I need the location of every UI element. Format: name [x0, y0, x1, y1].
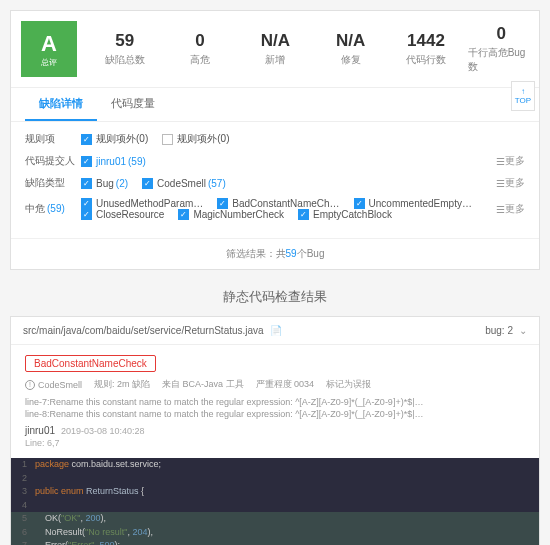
issue-detail: BadConstantNameCheck !CodeSmell规则: 2m 缺陷… — [11, 345, 539, 458]
tab-代码度量[interactable]: 代码度量 — [97, 88, 169, 121]
stat-cell: 1442代码行数 — [388, 11, 463, 87]
file-icon: 📄 — [270, 325, 282, 336]
checkbox-icon: ✓ — [81, 134, 92, 145]
filter-row-type: 缺陷类型 ✓Bug(2)✓CodeSmell(57) ☰ 更多 — [25, 176, 525, 190]
bug-count: bug: 2 — [485, 325, 513, 336]
filter-row-author: 代码提交人 ✓ jinru01 (59) ☰ 更多 — [25, 154, 525, 168]
code-viewer: 1package com.baidu.set.service;23public … — [11, 458, 539, 545]
checkbox-icon: ✓ — [81, 156, 92, 167]
filter-checkbox-item[interactable]: ✓MagicNumberCheck — [178, 209, 284, 220]
caption-1: 静态代码检查结果 — [10, 278, 540, 316]
code-detail-panel: src/main/java/com/baidu/set/service/Retu… — [10, 316, 540, 545]
stat-cell: 0高危 — [162, 11, 237, 87]
checkbox-icon: ✓ — [354, 198, 365, 209]
checkbox-icon: ✓ — [298, 209, 309, 220]
filter-checkbox-item[interactable]: ✓规则项外(0) — [81, 132, 148, 146]
scan-results-panel: A 总评 59缺陷总数0高危N/A新增N/A修复1442代码行数0千行高危Bug… — [10, 10, 540, 270]
author-line: jinru012019-03-08 10:40:28 — [25, 425, 525, 436]
issue-meta-row: !CodeSmell规则: 2m 缺陷来自 BCA-Java 工具严重程度 00… — [25, 378, 525, 391]
checkbox-icon — [162, 134, 173, 145]
issue-description: line-7:Rename this constant name to matc… — [25, 397, 525, 407]
more-link[interactable]: ☰ 更多 — [496, 176, 525, 190]
grade-sublabel: 总评 — [41, 57, 57, 68]
filter-checkbox-item[interactable]: ✓CloseResource — [81, 209, 164, 220]
result-summary: 筛选结果：共59个Bug — [11, 238, 539, 269]
file-path-bar: src/main/java/com/baidu/set/service/Retu… — [11, 317, 539, 345]
meta-item: 来自 BCA-Java 工具 — [162, 378, 244, 391]
meta-item: 严重程度 0034 — [256, 378, 315, 391]
filter-checkbox-item[interactable]: ✓BadConstantNameCh… — [217, 198, 339, 209]
scroll-top-button[interactable]: ↑ TOP — [511, 81, 535, 111]
grade-letter: A — [41, 31, 57, 57]
filter-checkbox-item[interactable]: ✓Bug(2) — [81, 178, 128, 189]
checkbox-icon: ✓ — [178, 209, 189, 220]
rule-tag: BadConstantNameCheck — [25, 355, 156, 372]
code-line: 2 — [11, 472, 539, 486]
filter-row-scope: 规则项 ✓规则项外(0)规则项外(0) — [25, 132, 525, 146]
stat-cell: 59缺陷总数 — [87, 11, 162, 87]
filter-checkbox-item[interactable]: ✓UnusedMethodParam… — [81, 198, 203, 209]
code-line: 4 — [11, 499, 539, 513]
checkbox-icon: ✓ — [142, 178, 153, 189]
arrow-up-icon: ↑ — [521, 87, 525, 96]
meta-item: 标记为误报 — [326, 378, 371, 391]
code-line: 6 NoResult("No result", 204), — [11, 526, 539, 540]
filter-checkbox-item[interactable]: 规则项外(0) — [162, 132, 229, 146]
checkbox-icon: ✓ — [81, 178, 92, 189]
filter-checkbox-item[interactable]: ✓UncommentedEmpty… — [354, 198, 472, 209]
line-reference: Line: 6,7 — [25, 438, 525, 448]
checkbox-icon: ✓ — [81, 198, 92, 209]
meta-item: 规则: 2m 缺陷 — [94, 378, 150, 391]
filter-checkbox-item[interactable]: ✓CodeSmell(57) — [142, 178, 226, 189]
stat-cell: N/A修复 — [313, 11, 388, 87]
code-line: 3public enum ReturnStatus { — [11, 485, 539, 499]
tabs-bar: 缺陷详情代码度量 — [11, 88, 539, 122]
code-line: 1package com.baidu.set.service; — [11, 458, 539, 472]
stat-cell: 0千行高危Bug数 — [464, 11, 539, 87]
meta-item: !CodeSmell — [25, 378, 82, 391]
more-link[interactable]: ☰ 更多 — [496, 202, 525, 216]
stats-header: A 总评 59缺陷总数0高危N/A新增N/A修复1442代码行数0千行高危Bug… — [11, 11, 539, 88]
code-line: 5 OK("OK", 200), — [11, 512, 539, 526]
file-path: src/main/java/com/baidu/set/service/Retu… — [23, 325, 264, 336]
checkbox-icon: ✓ — [217, 198, 228, 209]
grade-badge: A 总评 — [21, 21, 77, 77]
filter-checkbox-item[interactable]: ✓EmptyCatchBlock — [298, 209, 392, 220]
warning-icon: ! — [25, 380, 35, 390]
chevron-down-icon[interactable]: ⌄ — [519, 325, 527, 336]
issue-description: line-8:Rename this constant name to matc… — [25, 409, 525, 419]
filters-section: 规则项 ✓规则项外(0)规则项外(0) 代码提交人 ✓ jinru01 (59)… — [11, 122, 539, 238]
author-filter-item[interactable]: ✓ jinru01 (59) — [81, 156, 146, 167]
filter-row-severity: 中危(59) ✓UnusedMethodParam…✓BadConstantNa… — [25, 198, 525, 220]
tab-缺陷详情[interactable]: 缺陷详情 — [25, 88, 97, 121]
code-line: 7 Error("Error", 500); — [11, 539, 539, 545]
more-link[interactable]: ☰ 更多 — [496, 154, 525, 168]
stat-cell: N/A新增 — [238, 11, 313, 87]
checkbox-icon: ✓ — [81, 209, 92, 220]
